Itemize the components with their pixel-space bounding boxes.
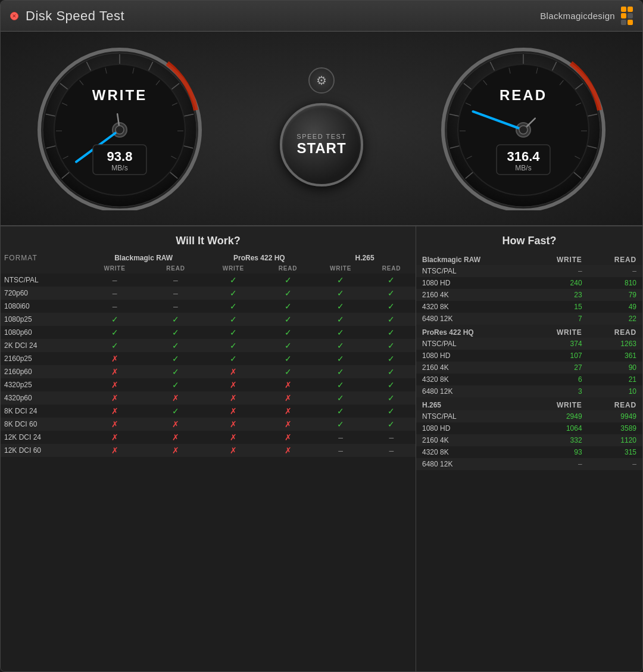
format-label: 720p60 — [1, 287, 83, 300]
compatibility-cell: ✓ — [146, 326, 204, 339]
compatibility-cell: ✗ — [262, 431, 314, 444]
format-label: 2K DCI 24 — [1, 339, 83, 352]
read-speed: 21 — [588, 374, 642, 385]
settings-button[interactable]: ⚙ — [308, 67, 335, 94]
read-speed: – — [588, 458, 642, 470]
write-col-header: WRITE — [529, 325, 588, 338]
compatibility-cell: ✗ — [146, 444, 204, 457]
h265-read-header: READ — [367, 263, 416, 273]
format-label: 12K DCI 24 — [1, 431, 83, 444]
table-row: 8K DCI 60✗✗✗✗✓✓ — [1, 418, 416, 431]
read-speed: 810 — [588, 277, 642, 289]
speed-test-label: SPEED TEST — [296, 133, 346, 140]
compatibility-cell: ✗ — [205, 431, 262, 444]
speed-row: 2160 4K2790 — [416, 362, 642, 374]
compatibility-cell: ✓ — [262, 365, 314, 378]
compatibility-cell: – — [314, 431, 367, 444]
write-speed: 332 — [529, 434, 588, 446]
h265-write-header: WRITE — [314, 263, 367, 273]
read-speed: 10 — [588, 385, 642, 397]
format-col-header: FORMAT — [1, 252, 83, 263]
compatibility-cell: – — [146, 273, 204, 287]
compatibility-cell: ✓ — [367, 273, 416, 287]
compatibility-cell: ✓ — [205, 352, 262, 365]
close-button[interactable]: ✕ — [10, 12, 18, 20]
compatibility-cell: ✓ — [262, 273, 314, 287]
compatibility-cell: ✓ — [262, 287, 314, 300]
compatibility-cell: ✓ — [83, 313, 147, 326]
speed-row: 4320 8K93315 — [416, 446, 642, 458]
compatibility-cell: ✓ — [367, 287, 416, 300]
compatibility-cell: ✓ — [314, 326, 367, 339]
compatibility-cell: ✓ — [367, 300, 416, 313]
compatibility-cell: ✓ — [367, 365, 416, 378]
speed-label: 6480 12K — [416, 458, 529, 470]
speed-row: 6480 12K310 — [416, 385, 642, 397]
section-name: ProRes 422 HQ — [416, 325, 529, 338]
compatibility-cell: – — [83, 273, 147, 287]
format-sub-header — [1, 263, 83, 273]
compatibility-cell: ✓ — [314, 418, 367, 431]
speed-table: Blackmagic RAWWRITEREADNTSC/PAL––1080 HD… — [416, 252, 642, 470]
format-label: 4320p60 — [1, 391, 83, 405]
h265-header: H.265 — [314, 252, 416, 263]
speed-label: NTSC/PAL — [416, 410, 529, 422]
svg-text:MB/s: MB/s — [515, 164, 531, 172]
app-title: Disk Speed Test — [26, 8, 124, 24]
format-label: 1080i60 — [1, 300, 83, 313]
compatibility-cell: ✓ — [205, 273, 262, 287]
compatibility-cell: ✓ — [262, 339, 314, 352]
format-label: NTSC/PAL — [1, 273, 83, 287]
write-speed: 3 — [529, 385, 588, 397]
section-name: Blackmagic RAW — [416, 252, 529, 265]
compatibility-cell: ✗ — [146, 431, 204, 444]
speed-row: NTSC/PAL29499949 — [416, 410, 642, 422]
speed-row: 6480 12K–– — [416, 458, 642, 470]
how-fast-panel: How Fast? Blackmagic RAWWRITEREADNTSC/PA… — [416, 226, 642, 671]
gauge-area: WRITE — [1, 32, 642, 226]
svg-text:WRITE: WRITE — [92, 87, 147, 103]
speed-row: 1080 HD107361 — [416, 350, 642, 362]
read-col-header: READ — [588, 325, 642, 338]
brand-dot-5 — [621, 20, 626, 25]
compatibility-cell: ✓ — [367, 339, 416, 352]
table-row: NTSC/PAL––✓✓✓✓ — [1, 273, 416, 287]
table-row: 1080p60✓✓✓✓✓✓ — [1, 326, 416, 339]
read-speed: 79 — [588, 289, 642, 301]
compatibility-cell: ✓ — [367, 313, 416, 326]
start-button[interactable]: SPEED TEST START — [280, 103, 363, 186]
compatibility-cell: ✗ — [205, 405, 262, 418]
format-label: 8K DCI 60 — [1, 418, 83, 431]
write-speed: 107 — [529, 350, 588, 362]
compatibility-cell: ✗ — [205, 418, 262, 431]
speed-label: NTSC/PAL — [416, 338, 529, 350]
compatibility-cell: – — [314, 444, 367, 457]
compatibility-cell: ✗ — [262, 444, 314, 457]
compatibility-cell: ✓ — [262, 313, 314, 326]
compatibility-cell: ✗ — [262, 418, 314, 431]
write-speed: 93 — [529, 446, 588, 458]
compatibility-cell: ✓ — [314, 365, 367, 378]
speed-row: 1080 HD10643589 — [416, 422, 642, 434]
table-row: 4320p60✗✗✗✗✓✓ — [1, 391, 416, 405]
compatibility-cell: ✗ — [83, 391, 147, 405]
compatibility-cell: ✗ — [83, 418, 147, 431]
format-label: 2160p25 — [1, 352, 83, 365]
speed-label: 1080 HD — [416, 422, 529, 434]
speed-row: 4320 8K1549 — [416, 301, 642, 313]
gear-icon: ⚙ — [316, 73, 327, 88]
read-col-header: READ — [588, 252, 642, 265]
table-row: 1080i60––✓✓✓✓ — [1, 300, 416, 313]
speed-label: 1080 HD — [416, 350, 529, 362]
write-speed: 7 — [529, 313, 588, 325]
table-row: 8K DCI 24✗✓✗✗✓✓ — [1, 405, 416, 418]
speed-label: 4320 8K — [416, 374, 529, 385]
compatibility-cell: ✓ — [146, 339, 204, 352]
write-speed: 374 — [529, 338, 588, 350]
table-row: 2K DCI 24✓✓✓✓✓✓ — [1, 339, 416, 352]
compatibility-cell: ✓ — [314, 405, 367, 418]
compatibility-cell: ✓ — [367, 352, 416, 365]
brand-name: Blackmagicdesign — [540, 11, 615, 21]
read-speed: 49 — [588, 301, 642, 313]
compatibility-cell: ✓ — [83, 339, 147, 352]
